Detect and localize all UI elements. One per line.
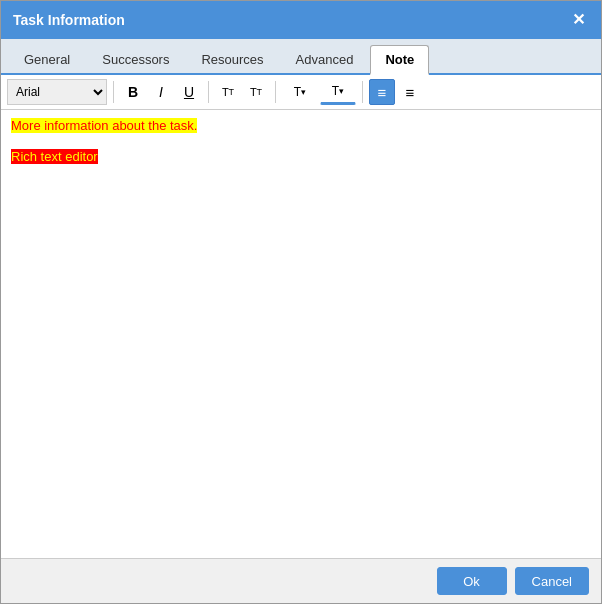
editor-toolbar: Arial Times New Roman Courier New B I U …: [1, 75, 601, 110]
editor-content: More information about the task. Rich te…: [11, 118, 591, 164]
subscript-button[interactable]: TT: [243, 79, 269, 105]
editor-line-1: More information about the task.: [11, 118, 591, 133]
tab-advanced[interactable]: Advanced: [281, 45, 369, 73]
title-bar: Task Information ✕: [1, 1, 601, 39]
highlight-button[interactable]: T▾: [320, 79, 356, 105]
align-left-button[interactable]: ≡: [369, 79, 395, 105]
editor-text-line1: More information about the task.: [11, 118, 197, 133]
dialog-title: Task Information: [13, 12, 125, 28]
editor-text-line2: Rich text editor: [11, 149, 98, 164]
italic-button[interactable]: I: [148, 79, 174, 105]
font-select[interactable]: Arial Times New Roman Courier New: [7, 79, 107, 105]
separator-4: [362, 81, 363, 103]
tab-general[interactable]: General: [9, 45, 85, 73]
superscript-button[interactable]: TT: [215, 79, 241, 105]
tab-note[interactable]: Note: [370, 45, 429, 75]
editor-line-2-wrapper: Rich text editor: [11, 141, 591, 164]
bold-button[interactable]: B: [120, 79, 146, 105]
close-button[interactable]: ✕: [568, 10, 589, 30]
dialog-footer: Ok Cancel: [1, 558, 601, 603]
separator-2: [208, 81, 209, 103]
more-options-button[interactable]: ≡: [397, 79, 423, 105]
rich-text-editor[interactable]: More information about the task. Rich te…: [1, 110, 601, 558]
tab-resources[interactable]: Resources: [186, 45, 278, 73]
font-color-button[interactable]: T▾: [282, 79, 318, 105]
tab-bar: General Successors Resources Advanced No…: [1, 39, 601, 75]
ok-button[interactable]: Ok: [437, 567, 507, 595]
task-information-dialog: Task Information ✕ General Successors Re…: [0, 0, 602, 604]
separator-1: [113, 81, 114, 103]
cancel-button[interactable]: Cancel: [515, 567, 589, 595]
tab-successors[interactable]: Successors: [87, 45, 184, 73]
underline-button[interactable]: U: [176, 79, 202, 105]
separator-3: [275, 81, 276, 103]
